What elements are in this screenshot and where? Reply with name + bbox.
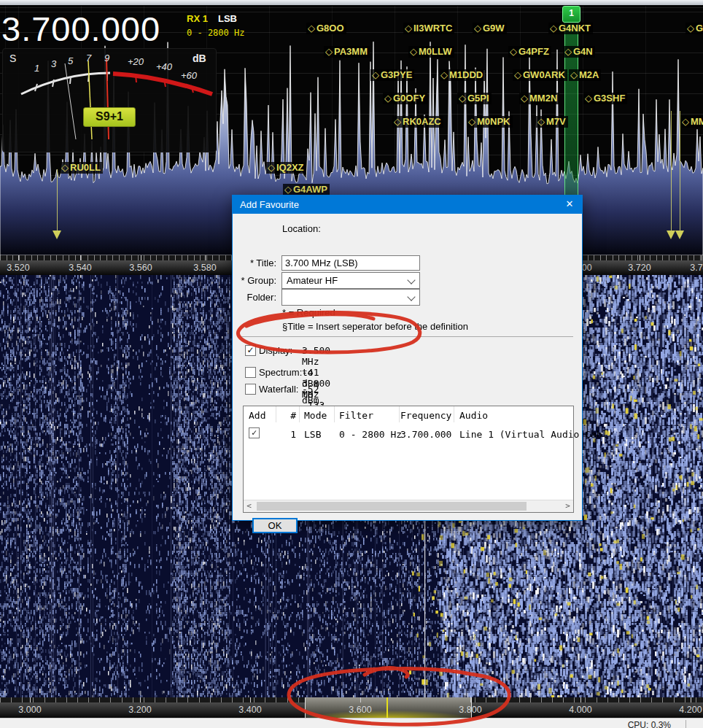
ok-button[interactable]: OK [252, 518, 298, 533]
callsign-label[interactable]: ◇G4PFZ [508, 46, 551, 58]
callsign-label[interactable]: ◇G4NKT [548, 23, 593, 34]
required-note: * = Required [282, 307, 335, 318]
frequency-tick-label: 3.600 [349, 705, 371, 715]
diamond-icon: ◇ [514, 69, 521, 80]
callsign-label[interactable]: ◇G9W [473, 23, 507, 34]
s-meter-db-label: dB [193, 53, 206, 64]
scrollbar-thumb[interactable] [257, 502, 527, 511]
ribbon-edge [0, 0, 703, 5]
diamond-icon: ◇ [405, 23, 412, 34]
col-header-audio: Audio [459, 410, 488, 421]
s-meter-reading-badge: S9+1 [83, 107, 136, 127]
separator-line [240, 336, 573, 337]
callsign-label[interactable]: ◇G3SHF [583, 93, 627, 104]
diamond-icon: ◇ [372, 69, 379, 80]
add-favourite-dialog: Add Favourite ✕ Location: * Title: * Gro… [232, 195, 583, 521]
column-divider [454, 406, 454, 422]
horizontal-scrollbar[interactable]: < > [244, 500, 573, 512]
callsign-label[interactable]: ◇RU0LL [60, 162, 103, 174]
major-tick [205, 255, 206, 260]
major-tick [18, 255, 19, 260]
diamond-icon: ◇ [459, 93, 466, 104]
callsign-label[interactable]: ◇G5PI [457, 93, 492, 104]
waterfall-frequency-scale[interactable]: 3.0003.2003.4003.6003.8004.0004.200 [0, 697, 703, 718]
callsign-text: G0W [696, 23, 703, 34]
s-meter-s-label: S [9, 53, 16, 64]
callsign-text: G4PFZ [518, 46, 549, 57]
callsign-label[interactable]: ◇M7V [536, 116, 568, 128]
callsign-label[interactable]: ◇G0W [685, 23, 703, 34]
frequency-tick-label: 3.520 [7, 263, 29, 273]
status-bar: CPU: 0.3% [0, 718, 703, 728]
callsign-label[interactable]: ◇M2A [569, 69, 601, 81]
callsign-text: G3SHF [594, 93, 625, 104]
frequency-tick-label: 3.400 [238, 705, 261, 715]
diamond-icon: ◇ [474, 23, 481, 34]
callsign-label[interactable]: ◇M0LLW [408, 46, 454, 58]
folder-select[interactable] [281, 289, 420, 306]
diamond-icon: ◇ [570, 69, 578, 80]
waterfall-label: Waterfall: [259, 384, 298, 395]
callsign-label[interactable]: ◇PA3MM [324, 46, 370, 58]
mode-label: LSB [218, 13, 237, 24]
diamond-icon: ◇ [384, 93, 392, 104]
rx-label: RX 1 [187, 13, 208, 24]
waterfall-checkbox[interactable] [245, 384, 256, 395]
s-meter-tick-label: 7 [86, 53, 91, 63]
title-input[interactable] [281, 255, 420, 271]
spectrum-label: Spectrum: [259, 367, 302, 378]
filter-range-label: 0 - 2800 Hz [187, 28, 244, 38]
callsign-label[interactable]: ◇GW0ARK [513, 69, 567, 81]
callsign-label[interactable]: ◇MM2N [519, 93, 559, 104]
s-meter-tick-label: 9 [104, 53, 109, 63]
spectrum-checkbox[interactable] [245, 367, 256, 378]
diamond-icon: ◇ [687, 23, 694, 34]
s-meter: S dB S9+1 13579+20+40+60 [2, 48, 217, 152]
callsign-label[interactable]: ◇G0OFY [383, 93, 427, 104]
column-divider [299, 406, 300, 422]
scroll-right-icon[interactable]: > [562, 500, 573, 512]
callsign-text: M0NPK [477, 116, 510, 127]
column-divider [399, 406, 400, 422]
callsign-label[interactable]: ◇M0NPK [467, 116, 513, 128]
rx-marker-flag[interactable]: 1 [562, 6, 580, 23]
major-tick [360, 697, 361, 702]
display-checkbox[interactable]: ✓ [245, 345, 256, 356]
favourite-marker-arrow-icon[interactable] [675, 231, 684, 239]
frequency-tick-label: 4.200 [679, 705, 702, 715]
display-center-marker [387, 697, 388, 718]
row-add-checkbox[interactable]: ✓ [249, 427, 260, 438]
major-tick [691, 697, 691, 702]
callsign-label[interactable]: ◇MM1 [680, 116, 703, 128]
callsign-text: MM2N [529, 93, 557, 104]
callsign-label[interactable]: ◇RK0AZC [392, 116, 443, 128]
callsign-label[interactable]: ◇G4AWP [283, 184, 330, 195]
major-tick [580, 697, 581, 702]
callsign-label[interactable]: ◇II3WRTC [403, 23, 454, 34]
callsign-label[interactable]: ◇G8OO [306, 23, 346, 34]
s-meter-tick-label: 3 [51, 58, 56, 69]
favourite-marker-arrow-icon[interactable] [53, 231, 61, 239]
callsign-label[interactable]: ◇G4N [563, 46, 595, 58]
dialog-titlebar[interactable]: Add Favourite ✕ [233, 195, 582, 214]
group-select[interactable]: Amateur HF [281, 272, 420, 289]
s-meter-tick-label: +40 [156, 61, 172, 72]
s-meter-tick-label: 1 [34, 63, 39, 74]
col-header-filter: Filter [339, 410, 373, 421]
favourite-marker-arrow-icon[interactable] [667, 231, 675, 239]
callsign-text: M0LLW [419, 46, 452, 57]
s-meter-tick-label: +60 [181, 70, 197, 81]
close-icon[interactable]: ✕ [557, 195, 582, 214]
frequency-tick-label: 3.720 [628, 263, 650, 273]
frequency-display[interactable]: 3.700.000 [1, 9, 160, 49]
diamond-icon: ◇ [510, 46, 517, 57]
col-header-frequency: Frequency [400, 410, 450, 421]
callsign-label[interactable]: ◇G3PYE [370, 69, 414, 81]
callsign-label[interactable]: ◇M1DDD [439, 69, 485, 81]
folder-field-label: Folder: [236, 292, 276, 303]
callsign-label[interactable]: ◇IQ2XZ [266, 162, 306, 174]
callsign-text: G8OO [316, 23, 344, 34]
column-divider [334, 406, 335, 422]
callsign-text: II3WRTC [413, 23, 452, 34]
scroll-left-icon[interactable]: < [244, 500, 255, 512]
